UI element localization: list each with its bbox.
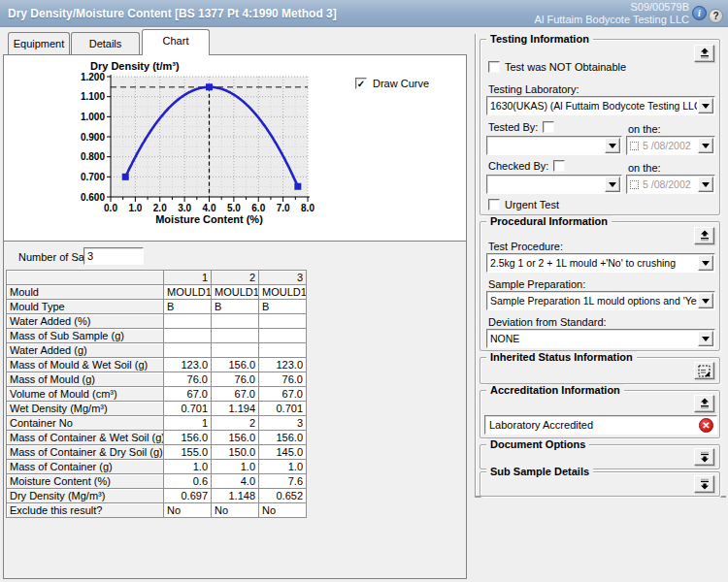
document-options-expand-button[interactable]	[694, 448, 714, 466]
help-icon[interactable]: ?	[709, 9, 723, 23]
testing-laboratory-dropdown-button[interactable]	[698, 98, 713, 113]
inherited-status-button[interactable]	[694, 362, 714, 379]
accreditation-collapse-button[interactable]	[694, 395, 714, 412]
cell-value[interactable]	[259, 343, 307, 358]
cell-value[interactable]: B	[212, 300, 259, 314]
cell-value[interactable]: 156.0	[212, 431, 259, 445]
cell-value[interactable]	[259, 329, 307, 343]
sample-preparation-dropdown-button[interactable]	[698, 293, 713, 308]
cell-value[interactable]: MOULD1	[259, 285, 307, 300]
testing-collapse-button[interactable]	[694, 45, 714, 62]
deviation-select[interactable]: NONE	[486, 329, 715, 348]
cell-value[interactable]: 1	[164, 416, 212, 431]
row-label: Moisture Content (%)	[7, 474, 164, 489]
tested-by-checkbox[interactable]	[543, 121, 554, 133]
tested-on-label: on the:	[628, 123, 661, 135]
tested-by-select[interactable]	[486, 136, 622, 155]
checked-by-row: Checked By:	[488, 160, 565, 172]
tab-equipment[interactable]: Equipment	[8, 32, 70, 54]
cell-value[interactable]: MOULD1	[212, 285, 259, 300]
cell-value[interactable]: 7.6	[259, 474, 307, 489]
combo-arrow-icon	[609, 182, 616, 191]
cell-value[interactable]: 76.0	[212, 372, 259, 387]
cell-value[interactable]: 0.701	[164, 402, 212, 416]
cell-value[interactable]: 1.148	[212, 489, 259, 503]
cell-value[interactable]: 0.652	[259, 489, 307, 503]
cell-value[interactable]: 145.0	[259, 445, 307, 460]
cell-value[interactable]: 156.0	[212, 358, 259, 372]
draw-curve-checkbox[interactable]: ✓	[355, 78, 367, 89]
tested-by-dropdown-button[interactable]	[605, 138, 620, 153]
testing-laboratory-select[interactable]: 1630(UKAS) (Al Futtaim Bodycote Testing …	[486, 96, 715, 115]
deviation-dropdown-button[interactable]	[698, 331, 713, 346]
number-of-samples-input[interactable]: 3	[83, 247, 144, 265]
svg-text:2.0: 2.0	[153, 203, 167, 213]
procedural-collapse-button[interactable]	[694, 227, 714, 244]
cell-value[interactable]: 0.701	[259, 402, 307, 416]
cell-value[interactable]: 156.0	[259, 431, 307, 445]
date-checkbox[interactable]	[630, 142, 639, 150]
checked-by-dropdown-button[interactable]	[605, 177, 620, 192]
cell-value[interactable]: 67.0	[212, 387, 259, 402]
cell-value[interactable]	[212, 329, 259, 343]
table-row: Mass of Container (g)1.01.01.0	[7, 460, 307, 474]
combo-arrow-icon	[609, 144, 616, 152]
cell-value[interactable]	[212, 343, 259, 358]
tested-on-date-picker[interactable]: 5 /08/2002	[626, 136, 715, 155]
inherited-status-group: Inherited Status Information	[480, 357, 720, 384]
cell-value[interactable]: 3	[259, 416, 307, 431]
cell-value[interactable]: 123.0	[259, 358, 307, 372]
cell-value[interactable]: 67.0	[164, 387, 212, 402]
cell-value[interactable]: 67.0	[259, 387, 307, 402]
table-row: Volume of Mould (cm³)67.067.067.0	[7, 387, 307, 402]
row-label: Container No	[7, 416, 164, 431]
cell-value[interactable]: MOULD1	[164, 285, 212, 300]
cell-value[interactable]	[164, 329, 212, 343]
cell-value[interactable]: 1.0	[212, 460, 259, 474]
checked-on-date-picker[interactable]: 5 /08/2002	[626, 175, 715, 194]
cell-value[interactable]: 155.0	[164, 445, 212, 460]
cell-value[interactable]	[164, 343, 212, 358]
cell-value[interactable]: 150.0	[212, 445, 259, 460]
info-icon[interactable]: i	[692, 6, 707, 20]
cell-value[interactable]	[259, 314, 307, 329]
urgent-test-checkbox[interactable]	[488, 199, 500, 210]
cell-value[interactable]: 123.0	[164, 358, 212, 372]
date-checkbox[interactable]	[630, 180, 639, 189]
cell-value[interactable]: 156.0	[164, 431, 212, 445]
cell-value[interactable]: 76.0	[259, 372, 307, 387]
cell-value[interactable]: 4.0	[212, 474, 259, 489]
sample-preparation-select[interactable]: Sample Preparation 1L mould options and …	[486, 291, 715, 310]
cell-value[interactable]: B	[259, 300, 307, 314]
checked-by-checkbox[interactable]	[553, 160, 565, 172]
svg-text:1.200: 1.200	[81, 72, 105, 82]
not-accredited-icon[interactable]: ✕	[699, 418, 713, 433]
cell-value[interactable]: 1.194	[212, 402, 259, 416]
cell-value[interactable]: B	[164, 300, 212, 314]
combo-arrow-icon	[702, 104, 710, 113]
cell-value[interactable]: 0.6	[164, 474, 212, 489]
expand-down-icon	[699, 478, 711, 490]
test-procedure-select[interactable]: 2.5kg 1 or 2 + 1L mould +'No' to crushin…	[486, 253, 715, 273]
samples-pane: Number of Samples: 3 123MouldMOULD1MOULD…	[4, 241, 466, 578]
not-obtainable-label: Test was NOT Obtainable	[505, 61, 626, 73]
cell-value[interactable]: 1.0	[259, 460, 307, 474]
cell-value[interactable]: No	[259, 503, 307, 518]
tab-details[interactable]: Details	[71, 32, 140, 54]
row-label: Mass of Container (g)	[7, 460, 164, 474]
checked-on-dropdown-button[interactable]	[698, 177, 713, 192]
cell-value[interactable]	[164, 314, 212, 329]
cell-value[interactable]: 0.697	[164, 489, 212, 503]
cell-value[interactable]: 76.0	[164, 372, 212, 387]
cell-value[interactable]: No	[164, 503, 212, 518]
cell-value[interactable]: 1.0	[164, 460, 212, 474]
cell-value[interactable]: No	[212, 503, 259, 518]
tab-chart[interactable]: Chart	[142, 29, 210, 55]
checked-by-select[interactable]	[486, 175, 622, 194]
sub-sample-expand-button[interactable]	[694, 475, 714, 493]
tested-on-dropdown-button[interactable]	[698, 138, 713, 153]
cell-value[interactable]	[212, 314, 259, 329]
cell-value[interactable]: 2	[212, 416, 259, 431]
not-obtainable-checkbox[interactable]	[488, 61, 500, 73]
test-procedure-dropdown-button[interactable]	[698, 255, 713, 271]
